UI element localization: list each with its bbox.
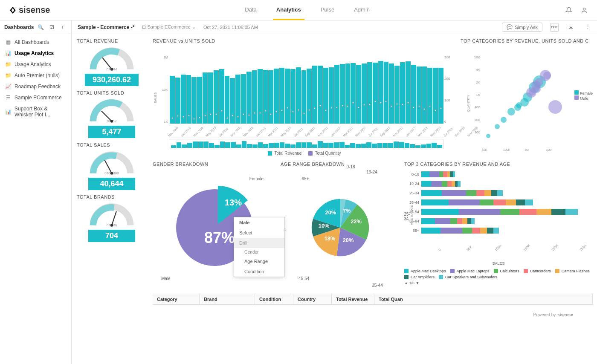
sidebar-title: Dashboards: [4, 24, 34, 30]
sidebar-item-sample-ecommerce[interactable]: ☰Sample ECommerce: [0, 92, 71, 103]
chart-icon: 📈: [5, 84, 11, 90]
search-icon[interactable]: 🔍: [36, 23, 45, 32]
svg-text:13%: 13%: [225, 198, 242, 207]
nav-admin[interactable]: Admin: [351, 0, 373, 20]
logo: sisense: [9, 5, 50, 15]
sidebar-item-all-dashboards[interactable]: ▦All Dashboards: [0, 37, 71, 48]
chart-top3-categories[interactable]: TOP 3 CATEGORIES BY REVENUE AND AGE AGE …: [404, 162, 593, 285]
datasource-selector[interactable]: ⊞ Sample ECommerce ⌄: [142, 24, 196, 30]
kpi-total-sales: TOTAL SALES 0100,000 40,644: [77, 142, 147, 190]
sidebar: Dashboards 🔍 ☑ + ▦All Dashboards 📊Usage …: [0, 20, 72, 364]
share-icon[interactable]: ⫘: [566, 23, 575, 32]
dashboard-name: Sample - Ecommerce -*: [78, 24, 134, 30]
chart-gender-breakdown[interactable]: GENDER BREAKDOWN 87% 13% Female Male: [153, 162, 276, 285]
sidebar-item-support-box[interactable]: 📊Support Box & Whisker Plot I...: [0, 103, 71, 120]
svg-point-6: [110, 172, 113, 175]
list-icon: ☰: [5, 95, 11, 101]
more-icon[interactable]: ⋮: [583, 23, 591, 32]
box-icon: 📊: [5, 109, 11, 115]
svg-point-0: [583, 8, 585, 10]
pdf-button[interactable]: PDF: [550, 23, 559, 32]
svg-point-4: [110, 120, 113, 123]
cm-condition[interactable]: Condition: [234, 266, 284, 277]
topnav: Data Analytics Pulse Admin: [50, 0, 565, 20]
chart-top-categories[interactable]: TOP CATEGORIES BY REVENUE, UNITS SOLD AN…: [461, 38, 593, 156]
nav-pulse[interactable]: Pulse: [317, 0, 338, 20]
svg-text:20%: 20%: [343, 237, 354, 243]
user-icon[interactable]: [580, 6, 588, 14]
context-menu: Male Select Drill Gender Age Range Condi…: [234, 217, 285, 277]
svg-text:18%: 18%: [325, 235, 336, 242]
cm-select[interactable]: Select: [234, 228, 284, 238]
bars-icon: 📊: [5, 50, 11, 56]
nav-analytics[interactable]: Analytics: [273, 0, 304, 20]
folder-icon: 📁: [5, 72, 11, 78]
kpi-total-units: TOTAL UNITS SOLD 0250K 5,477: [77, 90, 147, 138]
powered-by: Powered by sisense: [533, 312, 573, 317]
cm-age-range[interactable]: Age Range: [234, 256, 284, 266]
nav-data[interactable]: Data: [241, 0, 260, 20]
sidebar-item-usage-analytics-2[interactable]: 📁Usage Analytics: [0, 59, 71, 70]
svg-line-7: [112, 211, 116, 225]
pager[interactable]: ▲ 1/6 ▼: [404, 281, 593, 285]
data-table[interactable]: Category Brand Condition Country Total R…: [153, 294, 593, 305]
bell-icon[interactable]: [565, 6, 573, 14]
kpi-column: TOTAL REVENUE 0125M 930,260.62 TOTAL UNI…: [72, 34, 148, 364]
svg-point-8: [110, 224, 113, 227]
cm-drill[interactable]: Drill: [234, 238, 284, 248]
svg-line-3: [101, 111, 112, 121]
simply-ask-button[interactable]: 💬 Simply Ask: [502, 23, 542, 32]
add-icon[interactable]: +: [58, 23, 67, 32]
grid-icon: ▦: [5, 39, 11, 45]
topbar: sisense Data Analytics Pulse Admin: [0, 0, 597, 20]
svg-point-2: [110, 68, 113, 71]
svg-text:20%: 20%: [325, 209, 336, 216]
kpi-value: 930,260.62: [85, 74, 139, 86]
sidebar-item-roadmap[interactable]: 📈Roadmap Feedback: [0, 81, 71, 92]
svg-text:22%: 22%: [351, 218, 362, 225]
check-icon[interactable]: ☑: [47, 23, 56, 32]
sidebar-item-auto-premier[interactable]: 📁Auto Premier (nulls): [0, 70, 71, 81]
chart-age-breakdown[interactable]: AGE RANGE BREAKDOWN 7%22%20%18%10%20% 0-…: [281, 162, 400, 285]
chart-revenue-vs-units[interactable]: REVENUE vs.UNITS SOLD SALES 1M10K1K 3002…: [153, 38, 456, 156]
kpi-total-brands: TOTAL BRANDS 02,500 704: [77, 194, 147, 242]
svg-line-5: [105, 160, 112, 173]
folder-icon: 📁: [5, 61, 11, 67]
timestamp: Oct 27, 2021 11:06:05 AM: [203, 25, 258, 30]
kpi-total-revenue: TOTAL REVENUE 0125M 930,260.62: [77, 38, 147, 86]
svg-line-1: [102, 58, 112, 69]
svg-text:7%: 7%: [343, 208, 351, 214]
svg-text:87%: 87%: [204, 229, 235, 246]
content-header: Sample - Ecommerce -* ⊞ Sample ECommerce…: [72, 20, 597, 34]
sidebar-item-usage-analytics[interactable]: 📊Usage Analytics: [0, 48, 71, 59]
